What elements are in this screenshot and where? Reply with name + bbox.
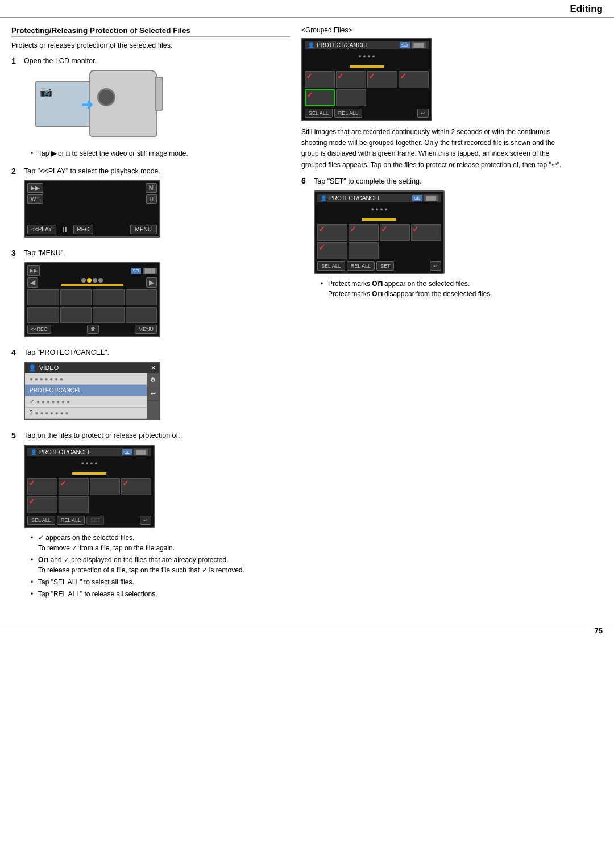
- menu-bottom: <<REC 🗑 MENU: [27, 325, 157, 334]
- protect-title-bar-6: 👤 PROTECT/CANCEL SD ▓▓▓: [317, 194, 441, 202]
- camera-body: [89, 70, 157, 137]
- right-arrow[interactable]: ▶: [146, 277, 157, 288]
- protect-thumbs-r1: [27, 478, 151, 495]
- protect6-battery: ▓▓▓: [424, 195, 439, 201]
- step5-bullet-1: • ✓ appears on the selected files.To rem…: [31, 533, 290, 553]
- protect-person-icon: 👤: [30, 449, 37, 455]
- grouped-thumb-green[interactable]: [305, 89, 335, 106]
- grouped-thumb-2[interactable]: [336, 71, 366, 88]
- grouped-dots: ● ● ● ●: [305, 51, 429, 60]
- step5-bullet-4: • Tap "REL ALL" to release all selection…: [31, 589, 290, 599]
- step-3-num: 3: [11, 248, 20, 258]
- rel-all-btn-5[interactable]: REL ALL: [57, 516, 85, 525]
- video-menu-close[interactable]: ✕: [151, 364, 156, 372]
- video-menu-title: VIDEO: [39, 364, 59, 371]
- grouped-sd-badge: SD: [400, 42, 409, 48]
- camera-small-icon: 📷: [40, 85, 52, 98]
- protect6-yellow-bar: [317, 214, 441, 222]
- thumb-8: [126, 307, 157, 323]
- video-menu-icon-col: ⚙ ↩: [147, 373, 159, 419]
- step-1-bullet: • Tap ▶ or □ to select the video or stil…: [31, 148, 290, 159]
- left-arrow[interactable]: ◀: [27, 277, 38, 288]
- camera-diagram: 📷 ➜: [35, 70, 160, 144]
- grouped-thumbs-r2: [305, 89, 429, 106]
- step5-b1-text: ✓ appears on the selected files.To remov…: [38, 533, 175, 553]
- protect6-thumb-6[interactable]: [349, 242, 379, 259]
- pb-video-icon: ▶▶: [27, 183, 43, 193]
- grouped-bottom: SEL ALL REL ALL ↩: [305, 109, 429, 118]
- step-2-content: Tap "<<PLAY" to select the playback mode…: [24, 166, 290, 243]
- protect-thumb-3[interactable]: [90, 478, 120, 495]
- set-btn-6[interactable]: SET: [376, 261, 395, 271]
- grouped-thumb-empty-2: [399, 89, 429, 106]
- grouped-files-label: <Grouped Files>: [301, 26, 569, 34]
- battery-badge: ▓▓▓: [143, 268, 157, 274]
- camera-lens: [97, 88, 115, 106]
- step-4: 4 Tap "PROTECT/CANCEL". 👤 VIDEO ✕: [11, 347, 290, 425]
- video-menu-item-3[interactable]: ✓ ● ● ● ● ● ● ●: [25, 396, 147, 408]
- protect-cancel-screen-6: 👤 PROTECT/CANCEL SD ▓▓▓ ● ● ● ●: [314, 190, 445, 274]
- sel-all-btn-6[interactable]: SEL ALL: [317, 261, 345, 271]
- back-btn-6[interactable]: ↩: [430, 261, 441, 271]
- bullet-dot: •: [31, 148, 35, 159]
- protect-thumb-6[interactable]: [59, 496, 89, 513]
- yellow-progress-bar: [27, 468, 151, 476]
- step-5-text: Tap on the files to protect or release p…: [24, 430, 290, 441]
- grouped-rel-all[interactable]: REL ALL: [334, 109, 362, 118]
- menu-btn[interactable]: MENU: [135, 325, 157, 334]
- step5-bullet-2: • O⊓ and ✓ are displayed on the files th…: [31, 555, 290, 575]
- back-icon-btn[interactable]: ↩: [147, 387, 159, 401]
- menu-video-icon: ▶▶: [27, 265, 40, 276]
- delete-btn[interactable]: 🗑: [87, 325, 99, 334]
- step5-b2-text: O⊓ and ✓ are displayed on the files that…: [38, 555, 244, 575]
- step-1-text: Open the LCD monitor.: [24, 56, 290, 67]
- protect6-thumb-2[interactable]: [349, 224, 379, 241]
- protect-thumb-4[interactable]: [121, 478, 151, 495]
- back-btn-5[interactable]: ↩: [140, 516, 151, 525]
- rel-all-btn-6[interactable]: REL ALL: [347, 261, 375, 271]
- grouped-thumb-4[interactable]: [399, 71, 429, 88]
- video-menu-item-2-protect[interactable]: PROTECT/CANCEL: [25, 385, 147, 396]
- video-icon-person: 👤: [28, 364, 36, 372]
- protect6-person-icon: 👤: [320, 195, 327, 201]
- step-5-content: Tap on the files to protect or release p…: [24, 430, 290, 601]
- step-3: 3 Tap "MENU". ▶▶ SD ▓▓▓ ◀: [11, 248, 290, 342]
- camera-grip: [155, 77, 163, 111]
- menu-top-bar: ▶▶ SD ▓▓▓: [27, 265, 157, 276]
- grouped-thumb-1[interactable]: [305, 71, 335, 88]
- protect6-thumb-3[interactable]: [380, 224, 410, 241]
- video-menu-rows: ● ● ● ● ● ● ● PROTECT/CANCEL ✓ ● ● ● ● ●…: [25, 373, 147, 419]
- grouped-thumb-6[interactable]: [336, 89, 366, 106]
- thumb-2: [60, 289, 92, 305]
- grouped-thumb-empty-1: [367, 89, 397, 106]
- grouped-person-icon: 👤: [308, 42, 314, 48]
- rec-btn[interactable]: REC: [73, 225, 93, 234]
- video-menu-item-4[interactable]: ? ● ● ● ● ● ● ●: [25, 408, 147, 419]
- grouped-files-screen: 👤 PROTECT/CANCEL SD ▓▓▓ ● ● ● ●: [301, 38, 432, 121]
- thumb-6: [60, 307, 92, 323]
- protect6-thumb-1[interactable]: [317, 224, 347, 241]
- protect6-thumb-5[interactable]: [317, 242, 347, 259]
- grouped-sel-all[interactable]: SEL ALL: [305, 109, 333, 118]
- grouped-thumb-3[interactable]: [367, 71, 397, 88]
- protect6-sd-badge: SD: [412, 195, 422, 201]
- protect-thumb-2[interactable]: [59, 478, 89, 495]
- thumb-7: [93, 307, 125, 323]
- play-btn[interactable]: <<PLAY: [27, 225, 56, 234]
- sel-all-btn-5[interactable]: SEL ALL: [27, 516, 55, 525]
- video-menu-screen: 👤 VIDEO ✕ ● ● ● ● ● ● ● PROTECT/CANCEL: [24, 362, 160, 420]
- protect-thumb-5[interactable]: [27, 496, 57, 513]
- page-header: Editing: [0, 0, 614, 18]
- grouped-back-btn[interactable]: ↩: [417, 109, 429, 118]
- sd-badge: SD: [131, 268, 140, 274]
- right-column: <Grouped Files> 👤 PROTECT/CANCEL SD ▓▓▓ …: [301, 26, 569, 607]
- thumb-4: [126, 289, 157, 305]
- protect-thumb-1[interactable]: [27, 478, 57, 495]
- dot-2: [87, 278, 92, 283]
- protect6-thumb-4[interactable]: [411, 224, 441, 241]
- menu-btn-play[interactable]: MENU: [130, 225, 157, 234]
- settings-icon-btn[interactable]: ⚙: [147, 373, 159, 387]
- video-menu-item-1[interactable]: ● ● ● ● ● ● ●: [25, 373, 147, 385]
- video-menu-title-bar: 👤 VIDEO ✕: [25, 363, 159, 373]
- rec-btn-menu[interactable]: <<REC: [27, 325, 51, 334]
